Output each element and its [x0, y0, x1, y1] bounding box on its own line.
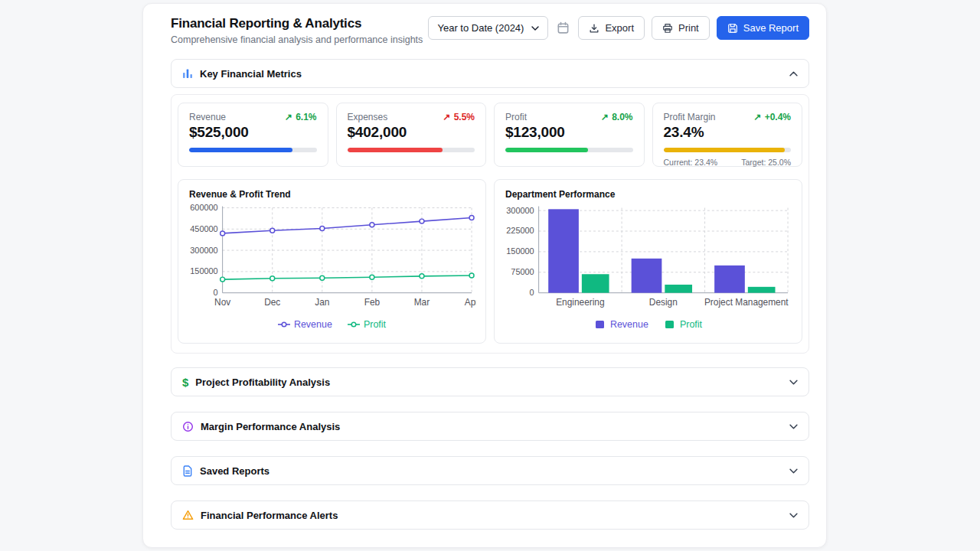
chevron-down-icon [789, 424, 798, 429]
svg-text:Dec: Dec [264, 297, 280, 308]
current-value: Current: 23.4% [664, 158, 718, 167]
trend-up-icon: ↗ [443, 112, 451, 122]
svg-text:0: 0 [530, 288, 534, 297]
trend-up-icon: ↗ [754, 112, 762, 122]
legend-item-revenue: Revenue [278, 319, 332, 330]
svg-text:Project Management: Project Management [704, 297, 789, 308]
trend-up-icon: ↗ [285, 112, 292, 122]
metric-card-expenses: Expenses ↗5.5% $402,000 [336, 103, 487, 167]
title-block: Financial Reporting & Analytics Comprehe… [171, 16, 423, 45]
printer-icon [662, 23, 673, 34]
metric-value: $123,000 [505, 124, 633, 141]
period-select[interactable]: Year to Date (2024) [428, 16, 548, 40]
toolbar: Year to Date (2024) Export [428, 16, 809, 40]
svg-text:600000: 600000 [190, 203, 217, 212]
svg-text:Feb: Feb [364, 297, 381, 308]
revenue-profit-trend-chart: Revenue & Profit Trend 01500003000004500… [178, 179, 486, 344]
section-label: Key Financial Metrics [200, 68, 782, 80]
chevron-down-icon [789, 513, 798, 518]
metric-cards-row: Revenue ↗6.1% $525,000 Expenses ↗5.5% $4… [178, 103, 802, 167]
period-select-value: Year to Date (2024) [437, 22, 524, 34]
progress-track [189, 148, 317, 152]
progress-fill [348, 148, 443, 152]
chevron-down-icon [789, 380, 798, 385]
print-label: Print [678, 22, 699, 34]
section-saved-reports[interactable]: Saved Reports [171, 456, 809, 485]
svg-text:450000: 450000 [190, 224, 217, 233]
save-report-button[interactable]: Save Report [717, 16, 809, 40]
metric-label: Revenue [189, 112, 226, 122]
page-title: Financial Reporting & Analytics [171, 16, 423, 31]
svg-text:75000: 75000 [511, 267, 534, 276]
metric-delta: ↗6.1% [285, 112, 316, 122]
print-button[interactable]: Print [652, 16, 710, 40]
chevron-down-icon [531, 26, 539, 31]
svg-text:150000: 150000 [506, 246, 534, 256]
svg-text:Mar: Mar [414, 297, 430, 308]
department-performance-chart: Department Performance 07500015000022500… [494, 179, 802, 344]
trend-up-icon: ↗ [601, 112, 609, 122]
dashboard-card: Financial Reporting & Analytics Comprehe… [142, 3, 827, 548]
progress-fill [505, 148, 588, 152]
metric-value: $402,000 [348, 124, 475, 141]
progress-track [505, 148, 633, 152]
target-value: Target: 25.0% [741, 158, 791, 167]
section-label: Saved Reports [200, 465, 782, 477]
chevron-up-icon [789, 71, 798, 77]
svg-text:300000: 300000 [190, 246, 217, 255]
svg-text:150000: 150000 [190, 266, 217, 276]
legend-item-profit: Profit [348, 319, 386, 330]
metric-card-profit: Profit ↗8.0% $123,000 [494, 103, 645, 167]
calendar-icon [557, 21, 570, 34]
metric-label: Expenses [348, 112, 388, 122]
legend-item-profit: Profit [664, 319, 702, 330]
metric-value: $525,000 [189, 124, 317, 141]
line-chart-plot: 0150000300000450000600000NovDecJanFebMar… [188, 203, 476, 318]
legend-item-revenue: Revenue [594, 319, 648, 330]
page-subtitle: Comprehensive financial analysis and per… [171, 34, 423, 45]
metric-delta: ↗8.0% [601, 112, 632, 122]
metric-value: 23.4% [664, 124, 792, 141]
save-icon [727, 23, 738, 34]
svg-text:300000: 300000 [506, 206, 534, 215]
metric-card-revenue: Revenue ↗6.1% $525,000 [178, 103, 328, 167]
metric-label: Profit Margin [664, 112, 716, 122]
dollar-icon: $ [182, 377, 188, 388]
metric-delta: ↗+0.4% [754, 112, 791, 122]
warning-icon [182, 510, 194, 520]
bar-chart-icon [182, 68, 193, 79]
svg-text:225000: 225000 [506, 226, 534, 235]
download-icon [589, 23, 599, 34]
svg-text:0: 0 [214, 288, 218, 297]
calendar-button[interactable] [555, 20, 571, 36]
metric-label: Profit [505, 112, 527, 122]
section-project-profitability[interactable]: $ Project Profitability Analysis [171, 367, 809, 396]
key-metrics-panel: Revenue ↗6.1% $525,000 Expenses ↗5.5% $4… [171, 94, 809, 354]
chart-title: Revenue & Profit Trend [189, 189, 476, 200]
section-label: Margin Performance Analysis [201, 421, 782, 432]
svg-text:Nov: Nov [214, 297, 230, 308]
svg-text:Jan: Jan [315, 297, 329, 308]
progress-track [664, 148, 792, 152]
progress-fill [189, 148, 292, 152]
chart-legend: RevenueProfit [188, 319, 476, 330]
section-margin-performance[interactable]: Margin Performance Analysis [171, 412, 809, 441]
svg-text:Design: Design [649, 297, 678, 308]
progress-fill [664, 148, 785, 152]
progress-track [348, 148, 475, 152]
export-label: Export [605, 22, 634, 34]
section-key-financial-metrics[interactable]: Key Financial Metrics [171, 59, 809, 88]
page-header: Financial Reporting & Analytics Comprehe… [171, 16, 809, 45]
svg-text:Apr: Apr [465, 297, 476, 308]
chevron-down-icon [789, 468, 798, 474]
chart-title: Department Performance [505, 189, 792, 200]
export-button[interactable]: Export [578, 16, 645, 40]
save-report-label: Save Report [743, 22, 799, 34]
section-label: Financial Performance Alerts [201, 510, 782, 521]
document-icon [182, 465, 193, 477]
chart-legend: RevenueProfit [504, 319, 792, 330]
bar-chart-plot: 075000150000225000300000EngineeringDesig… [504, 203, 792, 318]
section-financial-alerts[interactable]: Financial Performance Alerts [171, 500, 809, 530]
charts-row: Revenue & Profit Trend 01500003000004500… [178, 179, 802, 344]
info-icon [182, 421, 194, 432]
